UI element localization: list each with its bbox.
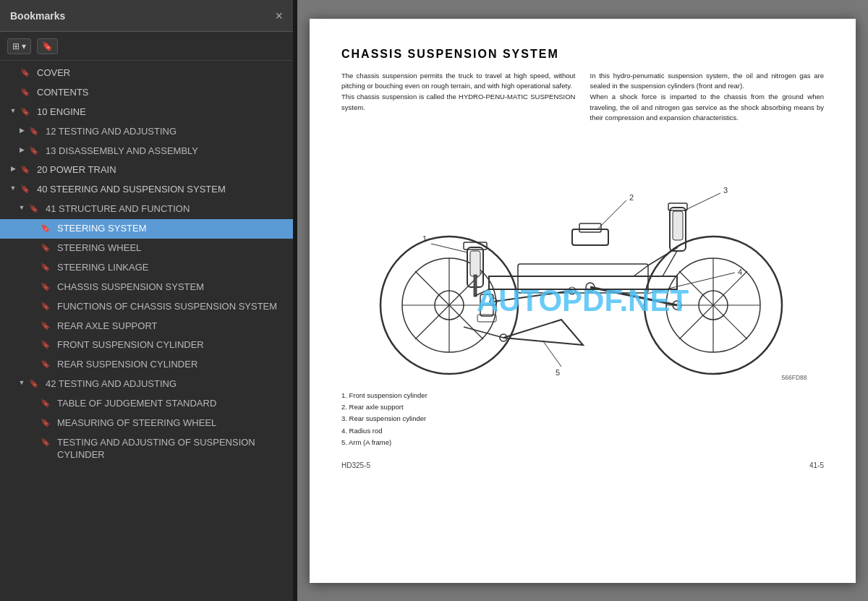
bookmark-item-table-judgement[interactable]: 🔖TABLE OF JUDGEMENT STANDARD: [0, 394, 293, 414]
legend-item: 5. Arm (A frame): [341, 437, 824, 448]
bookmark-icon: 🔖: [20, 106, 33, 116]
sidebar-header: Bookmarks ×: [0, 0, 293, 32]
bookmark-label: REAR AXLE SUPPORT: [57, 320, 287, 333]
page-title: CHASSIS SUSPENSION SYSTEM: [341, 48, 824, 61]
bookmark-icon: 🔖: [41, 301, 54, 311]
chevron-icon: ▶: [14, 145, 29, 155]
chevron-icon: [26, 223, 41, 223]
diagram-area: 1 2 3: [341, 135, 824, 384]
svg-text:1: 1: [422, 234, 427, 243]
footer-left: HD325-5: [341, 461, 370, 469]
bookmark-icon: 🔖: [41, 359, 54, 369]
bookmark-item-functions-chassis[interactable]: 🔖FUNCTIONS OF CHASSIS SUSPENSION SYSTEM: [0, 297, 293, 317]
expand-icon: ⊞: [12, 41, 20, 51]
bookmark-label: 10 ENGINE: [37, 106, 287, 119]
bookmark-label: TABLE OF JUDGEMENT STANDARD: [57, 398, 287, 410]
legend-item: 2. Rear axle support: [341, 401, 824, 413]
bookmark-item-42-testing[interactable]: ▼🔖42 TESTING AND ADJUSTING: [0, 375, 293, 394]
diagram-svg-wrap: 1 2 3: [359, 135, 807, 384]
bookmark-item-10-engine[interactable]: ▼🔖10 ENGINE: [0, 103, 293, 122]
content-col-right: In this hydro-penumatic suspension syste…: [590, 71, 825, 124]
bookmark-label: COVER: [37, 67, 287, 80]
bookmark-icon: 🔖: [20, 87, 33, 97]
bookmark-item-13-disassembly[interactable]: ▶🔖13 DISASSEMBLY AND ASSEMBLY: [0, 142, 293, 161]
bookmark-label: STEERING WHEEL: [57, 242, 287, 255]
chevron-icon: [26, 281, 41, 282]
bookmark-label: 42 TESTING AND ADJUSTING: [46, 378, 287, 391]
chevron-icon: [6, 87, 20, 88]
bookmark-label: STEERING SYSTEM: [57, 223, 287, 235]
bookmark-label: REAR SUSPENSION CYLINDER: [57, 359, 287, 371]
bookmark-item-rear-suspension[interactable]: 🔖REAR SUSPENSION CYLINDER: [0, 355, 293, 375]
bookmark-label: CONTENTS: [37, 87, 287, 99]
sidebar-title: Bookmarks: [10, 10, 65, 22]
bookmark-icon: 🔖: [41, 320, 54, 331]
bookmark-icon: 🔖: [29, 203, 42, 213]
bookmark-item-steering-wheel[interactable]: 🔖STEERING WHEEL: [0, 239, 293, 258]
page-container: CHASSIS SUSPENSION SYSTEM The chassis su…: [310, 19, 856, 583]
bookmark-icon: 🔖: [41, 223, 54, 233]
bookmarks-list: 🔖COVER🔖CONTENTS▼🔖10 ENGINE▶🔖12 TESTING A…: [0, 61, 293, 601]
bookmark-item-cover[interactable]: 🔖COVER: [0, 64, 293, 83]
bookmark-icon: 🔖: [41, 437, 54, 447]
bookmark-item-front-suspension[interactable]: 🔖FRONT SUSPENSION CYLINDER: [0, 336, 293, 355]
svg-text:5: 5: [556, 368, 560, 377]
bookmark-item-41-structure[interactable]: ▼🔖41 STRUCTURE AND FUNCTION: [0, 200, 293, 219]
sidebar-toolbar: ⊞▾ 🔖: [0, 32, 293, 61]
chevron-icon: ▶: [14, 126, 29, 135]
bookmark-item-12-testing[interactable]: ▶🔖12 TESTING AND ADJUSTING: [0, 122, 293, 142]
close-button[interactable]: ×: [275, 9, 283, 22]
footer-right: 41-5: [809, 461, 824, 469]
bookmark-label: 41 STRUCTURE AND FUNCTION: [46, 203, 287, 216]
bookmark-label: 13 DISASSEMBLY AND ASSEMBLY: [46, 145, 287, 158]
bookmark-icon: 🔖: [29, 378, 42, 388]
chevron-icon: ▶: [6, 164, 20, 174]
bookmark-item-steering-system[interactable]: 🔖STEERING SYSTEM: [0, 219, 293, 239]
chevron-icon: [26, 320, 41, 321]
bookmark-item-testing-adjusting[interactable]: 🔖TESTING AND ADJUSTING OF SUSPENSION CYL…: [0, 433, 293, 465]
content-columns: The chassis suspension permits the truck…: [341, 71, 824, 124]
chevron-icon: ▼: [14, 378, 29, 388]
bookmark-label: STEERING LINKAGE: [57, 262, 287, 274]
bookmark-icon: 🔖: [41, 242, 54, 252]
bookmark-item-contents[interactable]: 🔖CONTENTS: [0, 83, 293, 103]
sidebar: Bookmarks × ⊞▾ 🔖 🔖COVER🔖CONTENTS▼🔖10 ENG…: [0, 0, 293, 601]
bookmark-icon: 🔖: [20, 164, 33, 174]
bookmark-item-40-steering[interactable]: ▼🔖40 STEERING AND SUSPENSION SYSTEM: [0, 180, 293, 200]
bookmark-item-steering-linkage[interactable]: 🔖STEERING LINKAGE: [0, 258, 293, 278]
expand-all-button[interactable]: ⊞▾: [7, 38, 31, 54]
svg-text:2: 2: [629, 193, 634, 202]
bookmark-view-button[interactable]: 🔖: [37, 38, 58, 54]
bookmark-item-20-power[interactable]: ▶🔖20 POWER TRAIN: [0, 161, 293, 180]
chevron-icon: [26, 437, 41, 438]
chevron-icon: [6, 67, 20, 68]
para1-text: The chassis suspension permits the truck…: [341, 72, 576, 111]
bookmark-icon: 🔖: [29, 145, 42, 155]
bookmark-label: TESTING AND ADJUSTING OF SUSPENSION CYLI…: [57, 437, 287, 461]
main-content: AUTOPDF.NET CHASSIS SUSPENSION SYSTEM Th…: [297, 0, 868, 601]
bookmark-icon: 🔖: [41, 339, 54, 349]
chevron-icon: [26, 359, 41, 359]
bookmark-icon: 🔖: [41, 262, 54, 272]
legend-item: 1. Front suspension cylinder: [341, 390, 824, 401]
chevron-icon: ▼: [6, 106, 20, 116]
para2-text: In this hydro-penumatic suspension syste…: [590, 72, 825, 122]
chevron-icon: [26, 339, 41, 340]
chevron-icon: ▼: [14, 203, 29, 213]
diagram-ref: 566FD88: [782, 374, 807, 381]
chevron-icon: [26, 242, 41, 243]
bookmark-label: 12 TESTING AND ADJUSTING: [46, 126, 287, 138]
bookmark-item-rear-axle[interactable]: 🔖REAR AXLE SUPPORT: [0, 317, 293, 336]
svg-rect-19: [474, 275, 477, 297]
legend-item: 4. Radius rod: [341, 425, 824, 437]
bookmark-label: FRONT SUSPENSION CYLINDER: [57, 339, 287, 351]
bookmark-item-measuring-steering[interactable]: 🔖MEASURING OF STEERING WHEEL: [0, 414, 293, 433]
svg-text:3: 3: [723, 186, 728, 195]
svg-rect-28: [673, 211, 683, 240]
bookmark-icon: 🔖: [41, 281, 54, 291]
bookmark-item-chassis-suspension[interactable]: 🔖CHASSIS SUSPENSION SYSTEM: [0, 278, 293, 297]
chevron-icon: ▼: [6, 184, 20, 193]
bookmark-label: CHASSIS SUSPENSION SYSTEM: [57, 281, 287, 294]
bookmark-icon: 🔖: [20, 67, 33, 77]
page-footer: HD325-5 41-5: [341, 461, 824, 469]
